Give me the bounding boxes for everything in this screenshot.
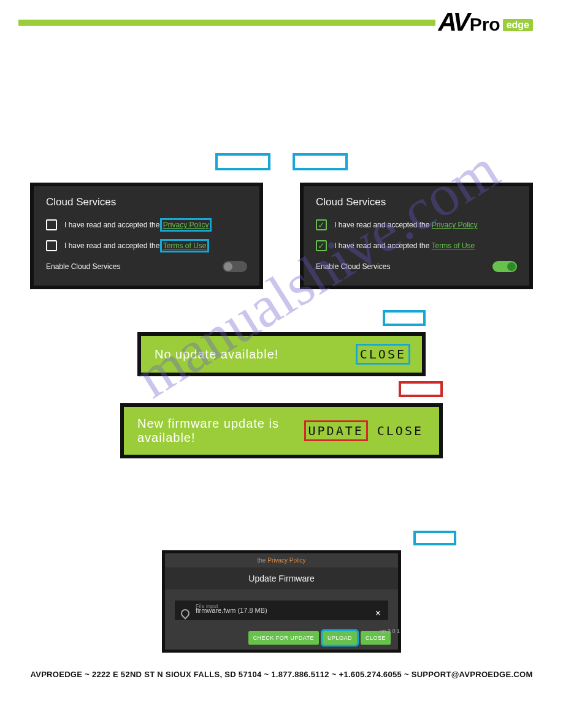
- upload-button[interactable]: UPLOAD: [323, 631, 357, 645]
- line-prefix: I have read and accepted the: [64, 241, 159, 250]
- terms-link[interactable]: Terms of Use: [432, 241, 475, 250]
- checkbox-checked[interactable]: [316, 240, 327, 251]
- logo-pro: Pro: [470, 14, 500, 35]
- checkbox-unchecked[interactable]: [46, 219, 57, 230]
- cloud-panel-on: Cloud Services I have read and accepted …: [300, 183, 533, 289]
- banner2-msg: New firmware update is available!: [137, 417, 306, 445]
- clear-icon[interactable]: ×: [375, 608, 381, 619]
- side-numbers: on 2 0 1: [380, 627, 400, 635]
- banner2-block: New firmware update is available! UPDATE…: [120, 403, 443, 458]
- highlight-box: [215, 153, 270, 170]
- page-footer: AVPROEDGE ~ 2222 E 52ND ST N SIOUX FALLS…: [0, 670, 563, 679]
- panel-title: Cloud Services: [316, 196, 517, 208]
- page-header: AV Pro edge: [0, 0, 563, 43]
- highlight-box-red: [399, 381, 443, 397]
- privacy-line: I have read and accepted the Privacy Pol…: [46, 219, 247, 230]
- paperclip-icon: [179, 607, 191, 620]
- check-update-button[interactable]: CHECK FOR UPDATE: [248, 631, 319, 645]
- privacy-link[interactable]: Privacy Policy: [432, 221, 478, 229]
- privacy-line: I have read and accepted the Privacy Pol…: [316, 219, 517, 230]
- terms-line: I have read and accepted the Terms of Us…: [46, 240, 247, 251]
- hint-pre: the: [258, 557, 268, 564]
- new-update-banner: New firmware update is available! UPDATE…: [120, 403, 443, 458]
- logo-edge: edge: [503, 19, 533, 31]
- highlight-box: [383, 310, 426, 326]
- enable-row: Enable Cloud Services: [316, 261, 517, 272]
- line-prefix: I have read and accepted the: [334, 241, 429, 250]
- dialog-hint: the Privacy Policy: [165, 553, 398, 567]
- privacy-link[interactable]: Privacy Policy: [162, 220, 210, 230]
- line-prefix: I have read and accepted the: [334, 221, 429, 229]
- banner1-block: No update available! CLOSE: [137, 332, 426, 376]
- enable-row: Enable Cloud Services: [46, 261, 247, 272]
- file-input[interactable]: File input firmware.fwm (17.8 MB) ×: [175, 601, 388, 620]
- banner1-msg: No update available!: [155, 347, 278, 362]
- terms-link[interactable]: Terms of Use: [162, 241, 208, 251]
- cloud-panel-off: Cloud Services I have read and accepted …: [30, 183, 263, 289]
- firmware-section: the Privacy Policy Update Firmware File …: [162, 550, 401, 653]
- highlight-row-1: [0, 153, 563, 170]
- hint-link: Privacy Policy: [267, 557, 305, 564]
- update-button[interactable]: UPDATE: [306, 422, 366, 439]
- close-button[interactable]: CLOSE: [358, 346, 408, 363]
- brand-logo: AV Pro edge: [435, 7, 535, 37]
- terms-line: I have read and accepted the Terms of Us…: [316, 240, 517, 251]
- dialog-title: Update Firmware: [165, 567, 398, 590]
- file-label: File input: [196, 603, 218, 609]
- highlight-box: [293, 153, 348, 170]
- dialog-buttons: CHECK FOR UPDATE UPLOAD CLOSE: [165, 631, 398, 645]
- panel-title: Cloud Services: [46, 196, 247, 208]
- enable-label: Enable Cloud Services: [46, 262, 120, 271]
- update-firmware-dialog: the Privacy Policy Update Firmware File …: [162, 550, 401, 653]
- checkbox-unchecked[interactable]: [46, 240, 57, 251]
- line-prefix: I have read and accepted the: [64, 221, 159, 229]
- highlight-box: [413, 531, 456, 545]
- checkbox-checked[interactable]: [316, 219, 327, 230]
- toggle-on[interactable]: [492, 261, 517, 272]
- enable-label: Enable Cloud Services: [316, 262, 390, 271]
- toggle-off[interactable]: [223, 261, 247, 272]
- cloud-services-row: Cloud Services I have read and accepted …: [0, 183, 563, 289]
- close-button[interactable]: CLOSE: [375, 422, 426, 439]
- no-update-banner: No update available! CLOSE: [137, 332, 426, 376]
- logo-av: AV: [438, 7, 468, 37]
